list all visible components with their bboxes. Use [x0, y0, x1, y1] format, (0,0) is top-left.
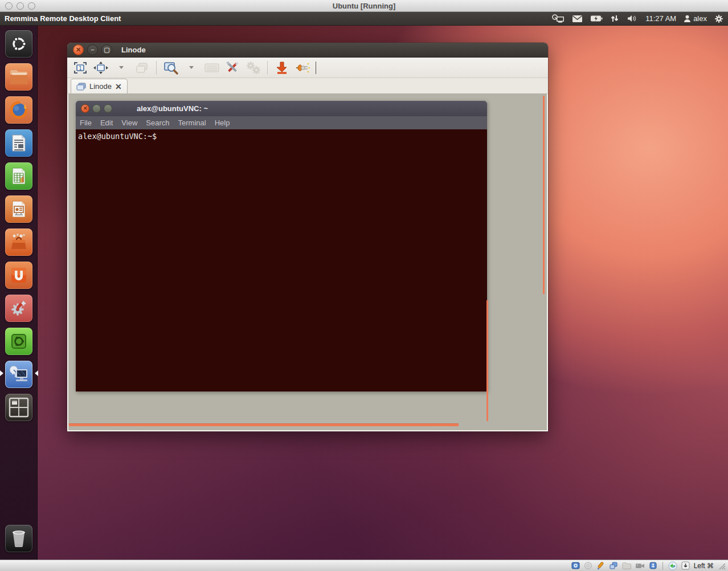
- fullscreen-button[interactable]: 1: [72, 60, 89, 76]
- menu-file[interactable]: File: [80, 119, 92, 127]
- terminal-prompt: alex@ubuntuVNC:~$: [78, 132, 157, 141]
- launcher-item-dash-home[interactable]: [5, 30, 32, 58]
- vnc-redraw-artifact-horizontal: [69, 423, 459, 426]
- optical-drives-icon[interactable]: [584, 561, 592, 570]
- remmina-window: ✕ – ▢ Linode 1: [67, 43, 548, 431]
- host-key-state-icon[interactable]: [681, 561, 690, 570]
- fullscreen-icon: 1: [73, 62, 87, 74]
- battery-icon[interactable]: [590, 15, 603, 22]
- scaled-mode-button[interactable]: [162, 60, 179, 76]
- user-menu[interactable]: alex: [684, 14, 707, 23]
- indicator-area: 11:27 AM alex: [552, 14, 723, 23]
- remmina-applet-icon[interactable]: [552, 14, 565, 23]
- toolbar-separator: [267, 61, 268, 75]
- software-center-bag-icon: [9, 233, 28, 252]
- ubuntu-logo-icon: [10, 35, 28, 53]
- fit-window-dropdown[interactable]: [113, 60, 130, 76]
- volume-icon[interactable]: [627, 14, 638, 23]
- menu-view[interactable]: View: [121, 119, 137, 127]
- disconnect-plug-icon: [295, 62, 310, 74]
- tab-connection-icon: [76, 83, 86, 91]
- menu-help[interactable]: Help: [215, 119, 230, 127]
- minimize-button[interactable]: [273, 60, 291, 76]
- tab-close-button[interactable]: ✕: [115, 83, 122, 91]
- display-icon[interactable]: [635, 562, 645, 569]
- remmina-close-button[interactable]: ✕: [73, 44, 84, 55]
- network-traffic-icon[interactable]: [610, 14, 619, 23]
- terminal-window-title: alex@ubuntuVNC: ~: [137, 104, 208, 113]
- disconnect-button[interactable]: [294, 60, 311, 76]
- launcher-item-remmina[interactable]: [5, 361, 32, 388]
- terminal-close-button[interactable]: ✕: [81, 104, 89, 113]
- launcher-item-workspace-switcher[interactable]: [5, 394, 32, 421]
- impress-presentation-icon: [11, 200, 27, 218]
- remmina-titlebar[interactable]: ✕ – ▢ Linode: [67, 43, 548, 58]
- vbox-statusbar: Left ⌘: [0, 560, 728, 571]
- workspace-grid-icon: [9, 397, 29, 418]
- remmina-toolbar: 1: [67, 58, 548, 78]
- usb-icon[interactable]: [649, 561, 657, 570]
- launcher-item-system-settings[interactable]: [5, 295, 32, 322]
- launcher-item-libreoffice-calc[interactable]: [5, 162, 32, 190]
- resize-grip[interactable]: [718, 562, 726, 570]
- dropdown-arrow-icon: [119, 66, 124, 69]
- toolbar-caret: [316, 62, 316, 74]
- tools-button[interactable]: [224, 60, 241, 76]
- terminal-titlebar[interactable]: ✕ alex@ubuntuVNC: ~: [76, 101, 487, 116]
- hard-disks-icon[interactable]: [571, 561, 580, 570]
- duplicate-windows-icon: [135, 62, 149, 74]
- menu-search[interactable]: Search: [146, 119, 169, 127]
- vnc-redraw-artifact-vertical: [543, 96, 545, 294]
- terminal-redraw-artifact: [486, 300, 488, 421]
- terminal-maximize-button[interactable]: [104, 104, 112, 113]
- user-icon: [684, 15, 691, 23]
- tools-icon: [225, 60, 240, 75]
- user-name: alex: [693, 14, 707, 23]
- remmina-window-title: Linode: [121, 46, 146, 54]
- toolbar-separator: [156, 61, 157, 75]
- remmina-remote-icon: [9, 365, 29, 384]
- launcher-item-libreoffice-writer[interactable]: [5, 129, 32, 157]
- running-indicator-arrow: [0, 370, 3, 376]
- calc-spreadsheet-icon: [11, 167, 27, 185]
- launcher-item-ubuntu-one[interactable]: [5, 262, 32, 289]
- menu-terminal[interactable]: Terminal: [178, 119, 206, 127]
- launcher-item-trash[interactable]: [5, 525, 32, 552]
- remote-desktop-view[interactable]: ✕ alex@ubuntuVNC: ~ File Edit View Searc…: [67, 93, 548, 431]
- launcher-item-files[interactable]: [5, 63, 32, 91]
- keyboard-icon: [205, 63, 219, 73]
- mouse-integration-icon[interactable]: [668, 561, 677, 570]
- grab-keyboard-button[interactable]: [203, 60, 220, 76]
- clock[interactable]: 11:27 AM: [645, 14, 676, 23]
- remmina-minimize-button[interactable]: –: [87, 44, 98, 55]
- tab-linode[interactable]: Linode ✕: [71, 79, 128, 93]
- launcher-item-firefox[interactable]: [5, 96, 32, 124]
- scaled-mode-dropdown[interactable]: [183, 60, 200, 76]
- scaled-magnifier-icon: [163, 61, 178, 75]
- svg-text:1: 1: [79, 66, 81, 71]
- launcher-item-ubuntu-tweak[interactable]: [5, 328, 32, 355]
- launcher-item-software-center[interactable]: [5, 229, 32, 256]
- remmina-maximize-button[interactable]: ▢: [101, 44, 112, 55]
- session-gear-icon[interactable]: [714, 14, 723, 23]
- mail-icon[interactable]: [572, 15, 583, 23]
- terminal-body[interactable]: alex@ubuntuVNC:~$: [76, 129, 487, 391]
- statusbar-separator: [662, 562, 663, 570]
- terminal-menubar: File Edit View Search Terminal Help: [76, 116, 487, 129]
- audio-icon[interactable]: [596, 561, 605, 570]
- ubuntu-one-icon: [9, 266, 28, 285]
- shared-folders-icon[interactable]: [622, 562, 631, 569]
- menubar-app-title[interactable]: Remmina Remote Desktop Client: [5, 14, 121, 23]
- trash-icon: [10, 529, 27, 548]
- vbox-window-title: Ubuntu [Running]: [0, 2, 728, 10]
- duplicate-connection-button[interactable]: [133, 60, 150, 76]
- host-key-label: Left ⌘: [694, 562, 714, 570]
- preferences-button[interactable]: [244, 60, 261, 76]
- vbox-window-titlebar: Ubuntu [Running]: [0, 0, 728, 12]
- terminal-minimize-button[interactable]: [92, 104, 101, 113]
- launcher-item-libreoffice-impress[interactable]: [5, 195, 32, 223]
- tab-label: Linode: [89, 82, 112, 91]
- menu-edit[interactable]: Edit: [100, 119, 113, 127]
- network-icon[interactable]: [609, 561, 618, 570]
- fit-window-button[interactable]: [92, 60, 109, 76]
